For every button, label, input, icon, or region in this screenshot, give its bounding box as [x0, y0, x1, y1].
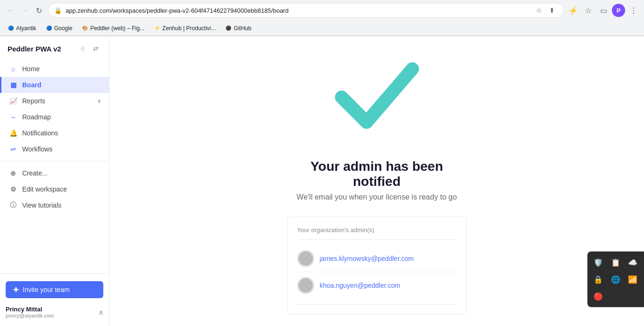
sidebar-item-board[interactable]: ▦ Board [0, 77, 109, 93]
bookmarks-bar: 🔵Atyantik🔵Google🎨Peddler (web) – Fig...⚡… [0, 21, 644, 36]
tab-search-button[interactable]: ▭ [597, 4, 610, 17]
admin-avatar-admin1 [297, 250, 314, 267]
sidebar-item-home[interactable]: ⌂ Home [0, 61, 109, 77]
reload-button[interactable]: ↻ [32, 4, 45, 17]
extension-icon-peddler[interactable]: 🔴 [591, 289, 605, 303]
forward-button[interactable]: → [18, 4, 31, 17]
user-section[interactable]: Princy Mittal princy@atyantik.com ∧ [0, 302, 109, 322]
sidebar-nav: ⌂ Home ▦ Board 📈 Reports ∨ ⏦ Roadmap 🔔 N… [0, 61, 109, 273]
browser-actions: ⚡ ☆ ▭ P ⋮ [567, 4, 640, 17]
bookmark-figma[interactable]: 🎨Peddler (web) – Fig... [78, 24, 148, 33]
sidebar-footer: ✚ Invite your team Princy Mittal princy@… [0, 273, 109, 326]
admin-avatar-admin2 [297, 277, 314, 294]
switch-workspace-button[interactable]: ⇄ [90, 43, 101, 54]
invite-label: Invite your team [23, 286, 70, 293]
bookmark-google[interactable]: 🔵Google [42, 24, 76, 33]
sidebar-label-roadmap: Roadmap [22, 113, 101, 121]
extensions-button[interactable]: ⚡ [567, 4, 580, 17]
extension-icon-bluetooth[interactable]: 📶 [626, 272, 640, 286]
chevron-icon-reports: ∨ [97, 98, 101, 104]
profile-button[interactable]: P [612, 4, 625, 17]
admins-card: Your organization's admin(s) james.klymo… [287, 217, 467, 315]
workspace-title: Peddler PWA v2 [8, 45, 61, 53]
bookmark-favicon-google: 🔵 [46, 25, 52, 32]
bookmark-atyantik[interactable]: 🔵Atyantik [4, 24, 40, 33]
sidebar-label-edit-workspace: Edit workspace [22, 185, 101, 193]
extension-icon-chrome[interactable]: 🌐 [609, 272, 623, 286]
settings-icon: ⚙ [9, 185, 17, 193]
sidebar-label-board: Board [22, 81, 101, 89]
sidebar-item-reports[interactable]: 📈 Reports ∨ [0, 93, 109, 109]
home-icon: ⌂ [9, 65, 17, 73]
admin-item-admin2: khoa.nguyen@peddler.com [297, 272, 457, 299]
plus-circle-icon: ⊕ [9, 169, 17, 177]
invite-icon: ✚ [13, 286, 19, 293]
user-email: princy@atyantik.com [6, 313, 54, 318]
sidebar-label-reports: Reports [22, 97, 92, 105]
main-content: Your admin has been notified We'll email… [109, 36, 644, 326]
bookmark-zenhub[interactable]: ⚡Zenhub | Productivi... [150, 24, 219, 33]
bookmark-favicon-atyantik: 🔵 [8, 25, 14, 32]
bookmark-favicon-figma: 🎨 [82, 25, 88, 32]
sidebar-label-home: Home [22, 65, 101, 73]
sidebar-item-edit-workspace[interactable]: ⚙ Edit workspace [0, 181, 109, 197]
favorite-button[interactable]: ☆ [77, 43, 88, 54]
menu-button[interactable]: ⋮ [627, 4, 640, 17]
admins-bottom-border [297, 304, 457, 305]
app-layout: Peddler PWA v2 ☆ ⇄ ⌂ Home ▦ Board 📈 Repo… [0, 36, 644, 326]
extension-icon-vpn[interactable]: 🔒 [591, 272, 605, 286]
admins-label: Your organization's admin(s) [297, 226, 457, 240]
user-chevron-icon: ∧ [99, 309, 103, 316]
share-button[interactable]: ⬆ [546, 5, 558, 16]
url-text: app.zenhub.com/workspaces/peddler-pwa-v2… [66, 7, 529, 14]
browser-toolbar: ← → ↻ 🔒 app.zenhub.com/workspaces/peddle… [0, 0, 644, 21]
lock-icon: 🔒 [54, 7, 62, 14]
circle-info-icon: ⓘ [9, 201, 17, 209]
extension-panel: 🛡️📋☁️🔒🌐📶🔴 [587, 251, 644, 307]
sidebar-item-view-tutorials[interactable]: ⓘ View tutorials [0, 197, 109, 213]
sidebar-item-notifications[interactable]: 🔔 Notifications [0, 125, 109, 141]
admin-avatar-inner-admin2 [299, 278, 313, 293]
admin-item-admin1: james.klymowsky@peddler.com [297, 245, 457, 272]
address-bar[interactable]: 🔒 app.zenhub.com/workspaces/peddler-pwa-… [48, 3, 564, 18]
sidebar-label-notifications: Notifications [22, 129, 101, 137]
roadmap-icon: ⏦ [9, 113, 17, 121]
bell-icon: 🔔 [9, 129, 17, 137]
extension-icon-list[interactable]: 📋 [609, 255, 623, 269]
bookmark-label-github: GitHub [234, 25, 251, 32]
sidebar-item-workflows[interactable]: ⇌ Workflows [0, 141, 109, 157]
bookmark-button[interactable]: ☆ [582, 4, 595, 17]
reports-icon: 📈 [9, 97, 17, 105]
bookmark-favicon-github: ⚫ [225, 25, 232, 32]
nav-buttons: ← → ↻ [4, 4, 45, 17]
admin-avatar-inner-admin1 [299, 251, 313, 266]
checkmark-container [330, 48, 424, 144]
bookmark-label-zenhub: Zenhub | Productivi... [162, 25, 216, 32]
bookmark-label-atyantik: Atyantik [16, 25, 36, 32]
sidebar-label-workflows: Workflows [22, 145, 101, 153]
bookmark-star-button[interactable]: ☆ [533, 5, 544, 16]
checkmark-icon [330, 48, 424, 142]
admins-list: james.klymowsky@peddler.com khoa.nguyen@… [297, 245, 457, 299]
extension-icon-cloud[interactable]: ☁️ [626, 255, 640, 269]
bookmark-label-google: Google [54, 25, 73, 32]
extension-icon-shield[interactable]: 🛡️ [591, 255, 605, 269]
user-info: Princy Mittal princy@atyantik.com [6, 306, 54, 318]
bookmark-label-figma: Peddler (web) – Fig... [90, 25, 144, 32]
notification-card: Your admin has been notified We'll email… [278, 38, 476, 324]
sidebar-item-roadmap[interactable]: ⏦ Roadmap [0, 109, 109, 125]
sidebar: Peddler PWA v2 ☆ ⇄ ⌂ Home ▦ Board 📈 Repo… [0, 36, 109, 326]
bookmark-favicon-zenhub: ⚡ [154, 25, 160, 32]
address-actions: ☆ ⬆ [533, 5, 558, 16]
main-title: Your admin has been notified [287, 159, 467, 189]
sidebar-item-create[interactable]: ⊕ Create... [0, 165, 109, 181]
admin-email-admin2[interactable]: khoa.nguyen@peddler.com [320, 282, 401, 289]
workspace-actions: ☆ ⇄ [77, 43, 101, 54]
bookmark-github[interactable]: ⚫GitHub [221, 24, 255, 33]
main-subtitle: We'll email you when your license is rea… [297, 193, 457, 201]
browser-chrome: ← → ↻ 🔒 app.zenhub.com/workspaces/peddle… [0, 0, 644, 36]
admin-email-admin1[interactable]: james.klymowsky@peddler.com [320, 255, 414, 262]
board-icon: ▦ [9, 81, 17, 89]
invite-team-button[interactable]: ✚ Invite your team [6, 281, 103, 298]
back-button[interactable]: ← [4, 4, 17, 17]
